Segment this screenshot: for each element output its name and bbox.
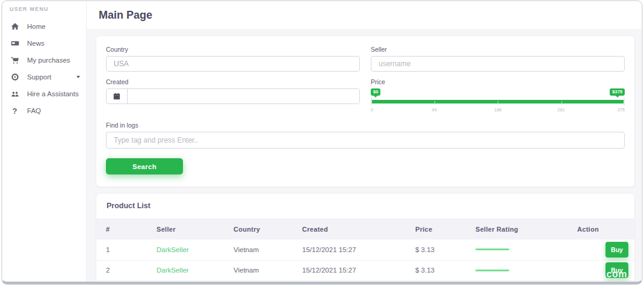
- sidebar-item-home[interactable]: Home: [2, 18, 86, 35]
- product-table: # Seller Country Created Price Seller Ra…: [96, 218, 634, 282]
- price-min-badge: $0: [371, 88, 380, 96]
- tick-mark: [562, 101, 562, 105]
- buy-button[interactable]: Buy: [605, 262, 628, 278]
- created-field: Created: [106, 78, 360, 115]
- table-row: 3 DarkSeller Vietnam 15/12/2021 15:27 $ …: [96, 280, 634, 282]
- col-header-country: Country: [224, 218, 293, 239]
- row-number: 2: [96, 260, 147, 280]
- sidebar-item-hire-assistants[interactable]: Hire a Assistants: [2, 85, 86, 102]
- tick-label: 188: [494, 107, 502, 113]
- product-list-title: Product List: [96, 194, 634, 218]
- row-number: 1: [96, 239, 147, 260]
- filter-card: Country Seller Created: [96, 36, 634, 187]
- country-field: Country: [106, 46, 360, 72]
- sidebar-item-my-purchases[interactable]: My purchases: [2, 52, 86, 69]
- price-slider-handle-max[interactable]: [624, 98, 625, 105]
- seller-rating-bar: [475, 270, 509, 271]
- created-input[interactable]: [128, 89, 359, 103]
- row-created: 15/12/2021 15:27: [293, 239, 406, 260]
- col-header-action: Action: [568, 218, 634, 239]
- col-header-price: Price: [406, 218, 466, 239]
- table-row: 1 DarkSeller Vietnam 15/12/2021 15:27 $ …: [96, 239, 634, 260]
- price-max-badge: $375: [610, 88, 625, 96]
- price-slider-handle-min[interactable]: [371, 98, 372, 105]
- top-bar: Main Page: [87, 1, 642, 29]
- sidebar: USER MENU Home News My purchases Support: [2, 1, 87, 282]
- calendar-icon[interactable]: [107, 89, 128, 103]
- buy-button[interactable]: Buy: [605, 242, 628, 258]
- col-header-rating: Seller Rating: [466, 218, 568, 239]
- news-icon: [10, 39, 19, 48]
- sidebar-item-label: Home: [27, 23, 46, 30]
- tick-label: 94: [432, 107, 436, 113]
- sidebar-item-label: Support: [27, 73, 51, 81]
- find-in-logs-input[interactable]: [106, 132, 625, 149]
- country-label: Country: [106, 46, 360, 53]
- seller-input[interactable]: [371, 56, 625, 72]
- tick-label: 375: [617, 107, 625, 113]
- col-header-created: Created: [293, 218, 406, 239]
- sidebar-item-label: FAQ: [27, 107, 41, 114]
- find-in-logs-label: Find in logs: [106, 122, 625, 129]
- sidebar-item-label: Hire a Assistants: [27, 90, 79, 97]
- price-field: Price $0 $375: [371, 78, 625, 115]
- tick-mark: [498, 101, 498, 105]
- price-slider-ticks: 0 94 188 281 375: [371, 105, 625, 115]
- table-header-row: # Seller Country Created Price Seller Ra…: [96, 218, 634, 239]
- tick-label: 281: [557, 107, 565, 113]
- sidebar-item-label: News: [27, 40, 45, 47]
- row-number: 3: [96, 280, 147, 282]
- question-icon: ?: [10, 106, 19, 116]
- search-button[interactable]: Search: [106, 158, 183, 174]
- seller-rating-bar: [475, 248, 509, 250]
- table-row: 2 DarkSeller Vietnam 15/12/2021 15:27 $ …: [96, 260, 634, 280]
- seller-label: Seller: [371, 46, 625, 53]
- page-title: Main Page: [99, 9, 152, 22]
- product-list-card: Product List # Seller Country Created Pr…: [96, 194, 634, 282]
- main-area: Main Page Country Seller Created: [87, 1, 642, 282]
- sidebar-item-news[interactable]: News: [2, 35, 86, 52]
- users-icon: [10, 90, 19, 99]
- sidebar-item-label: My purchases: [27, 57, 70, 64]
- seller-link[interactable]: DarkSeller: [156, 267, 189, 274]
- sidebar-item-support[interactable]: Support: [2, 69, 86, 85]
- find-in-logs-field: Find in logs: [106, 122, 625, 149]
- sidebar-header: USER MENU: [2, 4, 86, 18]
- col-header-seller: Seller: [147, 218, 224, 239]
- seller-link[interactable]: DarkSeller: [156, 246, 189, 253]
- row-country: Vietnam: [224, 280, 293, 282]
- row-price: $ 3.13: [406, 280, 466, 282]
- app-window: USER MENU Home News My purchases Support: [1, 0, 643, 285]
- created-label: Created: [106, 78, 360, 85]
- seller-field: Seller: [371, 46, 625, 72]
- col-header-num: #: [96, 218, 147, 239]
- row-country: Vietnam: [224, 239, 293, 260]
- price-label: Price: [371, 78, 625, 85]
- cart-icon: [10, 56, 19, 65]
- chevron-down-icon: [76, 76, 80, 78]
- sidebar-item-faq[interactable]: ? FAQ: [2, 102, 86, 119]
- country-input[interactable]: [106, 56, 360, 72]
- row-price: $ 3.13: [406, 239, 466, 260]
- home-icon: [10, 22, 19, 31]
- support-icon: [10, 73, 19, 82]
- row-created: 15/12/2021 15:27: [293, 260, 406, 280]
- tick-mark: [435, 101, 435, 105]
- row-created: 15/12/2021 15:27: [293, 280, 406, 282]
- row-country: Vietnam: [224, 260, 293, 280]
- tick-label: 0: [371, 107, 373, 113]
- price-range-slider: $0 $375 0 94: [371, 88, 625, 115]
- content-area: Country Seller Created: [87, 29, 642, 282]
- row-price: $ 3.13: [406, 260, 466, 280]
